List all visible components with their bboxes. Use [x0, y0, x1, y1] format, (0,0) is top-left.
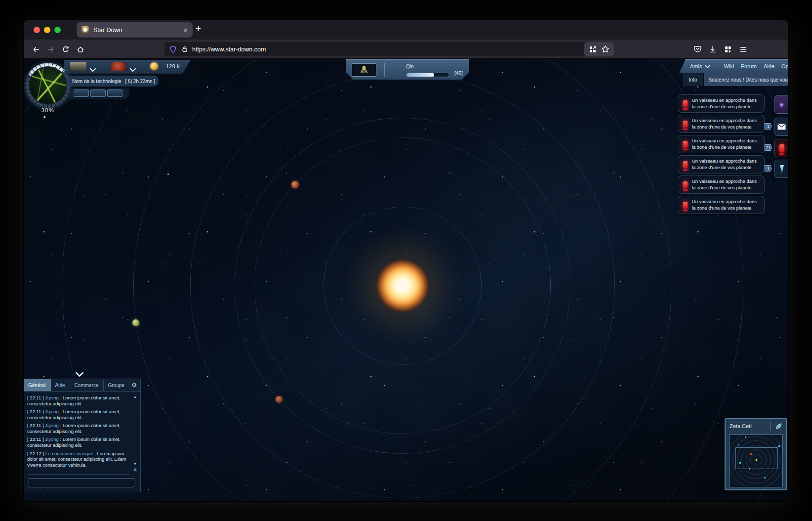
ship-dropdown-chevron-icon[interactable]	[90, 65, 96, 74]
planet-thumbnail[interactable]	[111, 62, 126, 71]
menu-aide[interactable]: Aide	[764, 63, 774, 69]
planet-brown[interactable]	[276, 396, 283, 403]
minimap-dot	[764, 477, 766, 478]
currency-amount: 120 k	[166, 63, 180, 69]
info-tab[interactable]: Info	[683, 73, 703, 86]
fleet-shortcut[interactable]: ♥	[774, 95, 788, 114]
star-down-favicon	[81, 26, 89, 34]
technology-panel[interactable]: Nom de la technologie [ 6j 2h 23mn ]	[67, 76, 159, 87]
url-bar[interactable]: https://www.star-down.com	[164, 42, 614, 56]
bookmark-star-icon[interactable]	[601, 45, 609, 53]
scroll-bottom-icon[interactable]: ⇊	[133, 468, 137, 472]
divider	[384, 63, 385, 77]
alert-badge: 21	[765, 144, 772, 151]
chat-tabs: Général Aide Commerce Groupe ⚙	[24, 379, 140, 391]
player-avatar[interactable]	[25, 63, 71, 108]
octopus-commander-icon[interactable]	[352, 63, 376, 77]
probe-badge: 1	[765, 165, 772, 172]
menu-forum[interactable]: Forum	[741, 63, 757, 69]
tracking-protection-shield-icon[interactable]	[169, 45, 177, 53]
browser-tab-star-down[interactable]: Star Down ×	[77, 22, 193, 38]
chat-message: [ 22:11 ] Jiyong : Lorem ipsum dolor sit…	[27, 395, 128, 406]
build-slot-1[interactable]	[74, 89, 89, 97]
minimap-viewport-rect	[735, 447, 778, 469]
scroll-up-icon[interactable]: ▴	[133, 395, 137, 399]
ship-thumbnail[interactable]	[69, 62, 87, 71]
macos-close-button[interactable]	[34, 27, 40, 33]
avatar-collapse-arrow-icon[interactable]: ▴	[43, 114, 46, 119]
technology-timer: [ 6j 2h 23mn ]	[125, 79, 156, 84]
combat-alert-shortcut[interactable]	[774, 139, 788, 157]
commander-name: Qin	[406, 64, 414, 69]
menu-wiki[interactable]: Wiki	[724, 63, 734, 69]
mail-badge: 1	[765, 123, 772, 130]
notification-item[interactable]: Un vaisseau en approche dansla zone d'un…	[678, 196, 765, 214]
planet-green[interactable]	[132, 319, 139, 326]
tab-close-icon[interactable]: ×	[183, 26, 188, 34]
macos-zoom-button[interactable]	[54, 27, 61, 33]
messages-shortcut[interactable]	[774, 118, 788, 136]
urlbar-actions	[584, 42, 614, 56]
alert-icon	[683, 121, 688, 128]
build-slot-3[interactable]	[107, 89, 122, 97]
minimap-panel: Zeta Ceti	[725, 418, 787, 490]
pocket-icon[interactable]	[691, 43, 704, 55]
alert-icon	[683, 202, 688, 209]
notification-item[interactable]: Un vaisseau en approche dansla zone d'un…	[678, 155, 765, 174]
minimap-dot	[739, 462, 741, 464]
page-actions-icon[interactable]	[589, 45, 597, 53]
macos-minimize-button[interactable]	[44, 27, 50, 33]
chat-panel: Général Aide Commerce Groupe ⚙ [ 22:11 ]…	[24, 379, 141, 492]
forward-button[interactable]	[44, 43, 57, 55]
friends-chevron-icon[interactable]	[705, 65, 710, 68]
new-tab-button[interactable]: +	[196, 23, 201, 34]
reload-button[interactable]	[59, 43, 72, 55]
alert-icon	[683, 100, 688, 107]
chat-tab-general[interactable]: Général	[24, 379, 51, 391]
notification-item[interactable]: Un vaisseau en approche dansla zone d'un…	[678, 94, 765, 113]
chat-tab-aide[interactable]: Aide	[51, 379, 70, 391]
chat-message: [ 22:12 ] Le concombre masqué : Lorem ip…	[27, 451, 128, 468]
coin-icon	[150, 62, 158, 70]
info-banner-row: Info Soutenez nous ! Dites nous que vous…	[683, 73, 788, 86]
commander-xp-bar	[406, 73, 449, 77]
hamburger-menu-icon[interactable]	[737, 43, 749, 55]
planet-red[interactable]	[291, 181, 299, 188]
galaxy-swirl-icon[interactable]	[774, 422, 783, 433]
minimap-dot	[778, 445, 780, 447]
build-slot-2[interactable]	[90, 89, 106, 97]
game-viewport[interactable]: 120 k 30% ▴ Nom de la technologie [ 6j 2…	[24, 59, 788, 501]
minimap-map[interactable]	[729, 434, 783, 487]
chat-message: [ 22:11 ] Jiyong : Lorem ipsum dolor sit…	[27, 423, 128, 434]
scroll-down-icon[interactable]: ▾	[133, 462, 137, 466]
divider	[28, 475, 130, 475]
chat-settings-gear-icon[interactable]: ⚙	[131, 379, 140, 391]
chat-tab-commerce[interactable]: Commerce	[70, 379, 104, 391]
url-text: https://www.star-down.com	[192, 46, 609, 53]
chat-collapse-chevron-icon[interactable]	[76, 370, 83, 379]
avatar-image	[29, 66, 67, 105]
sun[interactable]	[375, 259, 430, 313]
probe-shortcut[interactable]	[774, 160, 788, 178]
chat-tab-groupe[interactable]: Groupe	[104, 379, 129, 391]
browser-window: Star Down × + https://www.star-down.com	[24, 20, 788, 501]
planet-dropdown-chevron-icon[interactable]	[130, 65, 136, 74]
alert-icon	[683, 141, 688, 148]
downloads-icon[interactable]	[706, 43, 719, 55]
notification-item[interactable]: Un vaisseau en approche dansla zone d'un…	[678, 115, 765, 133]
commander-panel[interactable]: Qin [45]	[346, 59, 469, 80]
small-body	[167, 174, 169, 175]
extensions-icon[interactable]	[722, 43, 734, 55]
notification-item[interactable]: Un vaisseau en approche dansla zone d'un…	[678, 135, 765, 153]
chat-scrollbar[interactable]: ▴ ▾ ⇊	[133, 395, 137, 472]
home-button[interactable]	[74, 43, 86, 55]
notification-item[interactable]: Un vaisseau en approche dansla zone d'un…	[678, 175, 765, 194]
minimap-sun-dot	[756, 459, 757, 461]
support-banner[interactable]: Soutenez nous ! Dites nous que vous r	[704, 73, 788, 86]
chat-input[interactable]	[29, 478, 134, 487]
chat-message: [ 22:11 ] Jiyong : Lorem ipsum dolor sit…	[27, 409, 128, 420]
back-button[interactable]	[30, 43, 42, 55]
lock-icon[interactable]	[181, 45, 188, 53]
friends-menu[interactable]: Amis	[690, 63, 702, 69]
menu-option[interactable]: Option	[781, 63, 788, 69]
